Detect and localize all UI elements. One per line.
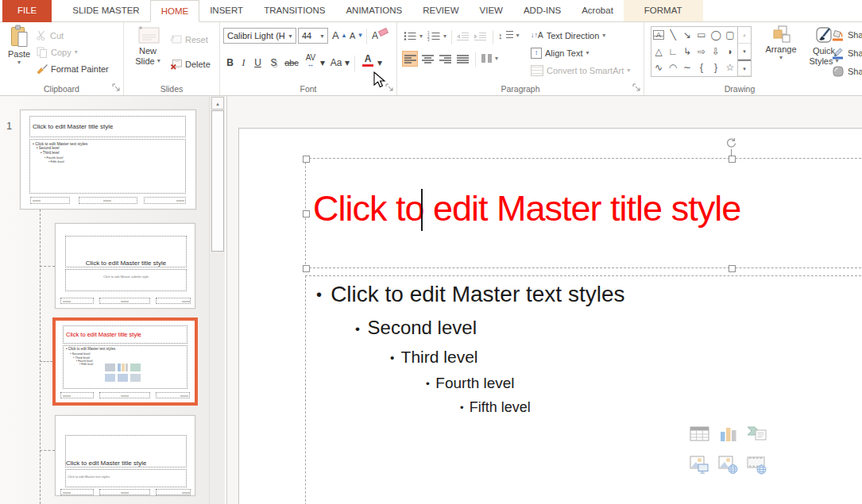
line-spacing-button[interactable]: ↕ ▾ [498,28,520,43]
character-spacing-button[interactable]: AV ↔ [303,54,319,71]
shape-teardrop[interactable]: ◗ [723,44,737,60]
bullets-button[interactable]: ▾ [404,29,423,44]
text-direction-button[interactable]: ↓ ↑ A Text Direction ▾ [531,28,605,43]
slide-title-text[interactable]: Click to edit Master title style [313,188,740,229]
body-placeholder[interactable] [305,275,862,504]
shape-triangle[interactable]: △ [651,44,666,60]
paste-button[interactable]: Paste ▾ [4,25,34,83]
change-case-dropdown-icon[interactable]: ▾ [343,54,351,71]
font-name-dropdown-icon[interactable]: ▾ [285,33,296,40]
resize-handle-bottom-center[interactable] [729,265,736,272]
shape-fill-button[interactable]: Sha [832,27,862,42]
shape-arrow-down[interactable]: ⇩ [709,44,723,60]
shape-scribble[interactable]: ∿ [651,60,666,76]
scrollbar-up-button[interactable]: ▴ [211,97,224,110]
copy-dropdown-icon[interactable]: ▾ [75,49,78,56]
line-spacing-dropdown-icon[interactable]: ▾ [516,33,520,39]
slide-bullet-level3[interactable]: •Third level [390,348,477,367]
slide-bullet-level4[interactable]: •Fourth level [426,375,515,392]
reset-button[interactable]: Reset [170,32,208,47]
slide-bullet-level1[interactable]: •Click to edit Master text styles [316,282,624,307]
tab-view[interactable]: VIEW [470,0,513,21]
delete-button[interactable]: Delete [170,56,211,71]
tab-acrobat[interactable]: Acrobat [571,0,624,21]
bold-button[interactable]: B [223,54,237,71]
section-layout-thumbnail[interactable]: Click to edit Master title style Click t… [55,415,195,496]
numbering-button[interactable]: 123 ▾ [427,29,446,44]
underline-button[interactable]: U [251,54,265,71]
title-layout-thumbnail[interactable]: Click to edit Master title style Click t… [55,223,195,309]
tab-transitions[interactable]: TRANSITIONS [253,0,335,21]
shape-arc[interactable]: ◠ [666,60,680,76]
change-case-button[interactable]: Aa [328,54,344,71]
insert-video-icon[interactable] [746,455,767,475]
font-size-dropdown-icon[interactable]: ▾ [317,33,327,40]
paragraph-dialog-launcher[interactable] [632,83,641,92]
master-slide-thumbnail[interactable]: Click to edit Master title style • Click… [20,110,196,210]
resize-handle-top-left[interactable] [303,156,310,163]
gallery-scroll-down-icon[interactable]: ▾ [738,44,751,60]
shape-effects-button[interactable]: Sha [832,63,862,79]
shape-star[interactable]: ☆ [723,60,737,76]
gallery-scroll-up-icon[interactable]: ▴ [738,27,751,44]
clipboard-dialog-launcher[interactable] [112,83,121,92]
tab-animations[interactable]: ANIMATIONS [335,0,412,21]
tab-slide-master[interactable]: SLIDE MASTER [62,0,149,21]
rotation-handle-icon[interactable] [725,137,737,149]
paste-dropdown-icon[interactable]: ▾ [17,60,21,66]
align-right-button[interactable] [437,51,453,67]
convert-to-smartart-button[interactable]: Convert to SmartArt ▾ [531,63,630,78]
shape-textbox[interactable]: A [653,30,664,40]
italic-button[interactable]: I [238,54,249,71]
scrollbar-thumb[interactable] [211,110,224,252]
align-text-button[interactable]: ↕ Align Text ▾ [531,45,589,60]
slide-bullet-level5[interactable]: •Fifth level [460,399,531,416]
tab-review[interactable]: REVIEW [412,0,469,21]
shape-arrow[interactable]: ↘ [680,27,694,44]
insert-chart-icon[interactable] [717,425,739,443]
character-spacing-dropdown-icon[interactable]: ▾ [319,54,327,71]
slide-bullet-level2[interactable]: •Second level [355,317,477,339]
new-slide-button[interactable]: New Slide ▾ [130,25,165,83]
align-center-button[interactable] [419,51,435,67]
insert-online-pictures-icon[interactable] [717,455,739,475]
insert-pictures-icon[interactable] [689,455,710,475]
insert-smartart-icon[interactable] [746,425,767,443]
numbering-dropdown-icon[interactable]: ▾ [443,33,446,40]
tab-file[interactable]: FILE [2,0,52,22]
insert-table-icon[interactable] [689,425,710,443]
shape-elbow-connector[interactable]: ↳ [680,44,694,60]
font-color-dropdown-icon[interactable]: ▾ [376,54,384,71]
tab-home[interactable]: HOME [150,0,200,22]
tab-format[interactable]: FORMAT [624,0,703,21]
shape-left-brace[interactable]: { [694,60,709,76]
content-layout-thumbnail-selected[interactable]: Click to edit Master title style • Click… [52,317,198,406]
shape-outline-button[interactable]: Sha [832,45,862,60]
columns-dropdown-icon[interactable]: ▾ [495,56,498,62]
bullets-dropdown-icon[interactable]: ▾ [419,33,423,40]
shape-oval[interactable]: ◯ [709,27,723,44]
shape-arrow-right[interactable]: ⇨ [694,44,709,60]
gallery-more-icon[interactable]: ▾ [738,60,751,76]
format-painter-button[interactable]: Format Painter [37,61,109,76]
columns-button[interactable]: ▾ [481,51,498,66]
align-left-button[interactable] [402,51,418,67]
shape-rectangle[interactable]: ▭ [694,27,709,44]
justify-button[interactable] [454,51,470,67]
resize-handle-top-center[interactable] [729,156,736,163]
shape-right-brace[interactable]: } [709,60,723,76]
clear-formatting-button[interactable]: A [372,28,388,43]
font-name-combo[interactable]: Calibri Light (He ▾ [223,28,296,44]
font-color-button[interactable]: A [360,54,376,71]
resize-handle-mid-left[interactable] [303,210,310,217]
decrease-indent-button[interactable] [456,29,470,44]
shape-right-angle[interactable]: ∟ [666,44,680,60]
increase-indent-button[interactable] [474,29,487,44]
copy-button[interactable]: Copy ▾ [37,44,78,60]
shape-rounded-rectangle[interactable]: ▢ [723,27,737,44]
decrease-font-size-button[interactable]: A▾ [350,28,362,43]
strikethrough-button[interactable]: abc [282,54,301,71]
increase-font-size-button[interactable]: A▴ [332,28,346,43]
cut-button[interactable]: Cut [37,28,64,43]
tab-add-ins[interactable]: ADD-INS [513,0,571,21]
